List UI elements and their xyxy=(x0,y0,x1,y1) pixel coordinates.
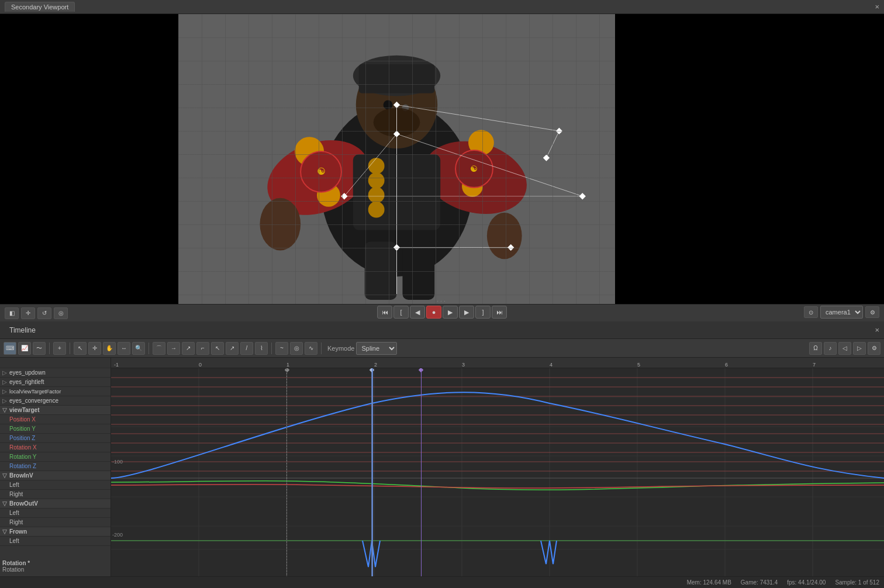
tl-tangent-btn4[interactable]: ⌐ xyxy=(196,342,209,355)
record-btn[interactable]: ● xyxy=(426,306,441,319)
tl-audio-btn[interactable]: ♪ xyxy=(824,342,837,355)
tl-step-back-btn[interactable]: ◁ xyxy=(838,342,851,355)
svg-rect-31 xyxy=(579,193,586,199)
tl-sep3 xyxy=(149,343,149,354)
viewport-section: Secondary Viewport × tutorial_example sh… xyxy=(0,0,884,321)
tl-move-btn[interactable]: ✛ xyxy=(88,342,101,355)
tl-tangent-btn1[interactable]: ⌒ xyxy=(153,342,165,355)
viewport-center[interactable]: ☯ ☯ xyxy=(178,14,615,306)
tl-tangent-btn5[interactable]: ↖ xyxy=(211,342,224,355)
timeline-close-btn[interactable]: × xyxy=(875,326,879,334)
tl-snap-btn[interactable]: ◎ xyxy=(290,342,303,355)
tl-snap-keys-btn[interactable]: Ω xyxy=(809,342,822,355)
tl-step-fwd-btn[interactable]: ▷ xyxy=(853,342,866,355)
svg-point-9 xyxy=(368,172,385,189)
view-mode-btn[interactable]: ◧ xyxy=(5,307,19,319)
track-browinv-right[interactable]: Right xyxy=(0,490,110,499)
viewport-settings-btn[interactable]: ⚙ xyxy=(865,306,879,318)
tl-add-key-btn[interactable]: + xyxy=(53,342,66,355)
keymode-select[interactable]: Spline xyxy=(356,342,397,355)
time-ruler: -1 0 1 2 3 4 5 6 7 xyxy=(111,358,884,368)
next-marker-btn[interactable]: ] xyxy=(475,306,491,319)
tl-pan-btn[interactable]: ✋ xyxy=(103,342,116,355)
tl-tangent-btn3[interactable]: ↗ xyxy=(182,342,195,355)
track-browoutv-group[interactable]: ▽ BrowOutV xyxy=(0,499,110,509)
track-eyes-updown[interactable]: ▷ eyes_updown xyxy=(0,368,110,378)
track-viewtarget-group[interactable]: ▽ viewTarget xyxy=(0,406,110,415)
svg-point-16 xyxy=(402,104,409,111)
curve-svg xyxy=(111,368,884,588)
jump-to-start-btn[interactable]: ⏮ xyxy=(377,306,392,319)
prev-keyframe-btn[interactable]: ◀ xyxy=(410,306,425,319)
track-local-view[interactable]: ▷ localViewTargetFactor xyxy=(0,387,110,396)
timeline-tab[interactable]: Timeline xyxy=(5,325,40,335)
svg-point-1 xyxy=(257,127,379,229)
svg-point-13 xyxy=(353,56,440,96)
tl-tangent-btn7[interactable]: / xyxy=(240,342,253,355)
viewport-close-btn[interactable]: × xyxy=(875,2,879,11)
tl-sep1 xyxy=(49,343,50,354)
tl-key-btn[interactable]: ⌨ xyxy=(4,342,16,355)
tl-tangent-btn2[interactable]: → xyxy=(167,342,180,355)
viewport-canvas: ☯ ☯ xyxy=(0,14,884,306)
camera-select[interactable]: camera1 xyxy=(820,306,863,319)
camera-settings-btn[interactable]: ⊙ xyxy=(804,306,818,318)
track-browinv-left[interactable]: Left xyxy=(0,480,110,490)
track-position-y[interactable]: Position Y xyxy=(0,424,110,434)
track-browoutv-left[interactable]: Left xyxy=(0,509,110,518)
track-frown-group[interactable]: ▽ Frown xyxy=(0,527,110,537)
tl-select-btn[interactable]: ↖ xyxy=(74,342,87,355)
track-rotation-z[interactable]: Rotation Z xyxy=(0,462,110,471)
secondary-viewport-tab[interactable]: Secondary Viewport xyxy=(5,2,75,12)
sample-label: Sample: 1 of 512 xyxy=(835,579,879,586)
viewport-right-black xyxy=(615,14,884,306)
svg-rect-29 xyxy=(543,154,550,161)
ruler-tick-3: 3 xyxy=(462,362,465,368)
timeline-section: Timeline × ⌨ 📈 〜 + ↖ ✛ ✋ ↔ 🔍 ⌒ → ↗ ⌐ ↖ ↗… xyxy=(0,321,884,588)
jump-to-end-btn[interactable]: ⏭ xyxy=(492,306,507,319)
svg-point-18 xyxy=(260,198,301,251)
track-browoutv-right[interactable]: Right xyxy=(0,518,110,527)
rotate-btn[interactable]: ↺ xyxy=(37,307,51,319)
timeline-header: Timeline × xyxy=(0,321,884,339)
tl-sep2 xyxy=(70,343,70,354)
ruler-tick-0: 0 xyxy=(199,362,202,368)
ruler-tick-6: 6 xyxy=(725,362,728,368)
track-browinv-group[interactable]: ▽ BrowInV xyxy=(0,471,110,480)
next-keyframe-btn[interactable]: ▶ xyxy=(459,306,474,319)
tl-tangent-btn6[interactable]: ↗ xyxy=(226,342,239,355)
track-names-panel: ▷ eyes_updown ▷ eyes_rightleft ▷ localVi… xyxy=(0,358,111,588)
svg-rect-30 xyxy=(393,131,400,137)
tl-pre-post-btn[interactable]: ∿ xyxy=(305,342,317,355)
tl-tangent-btn8[interactable]: ⌇ xyxy=(255,342,268,355)
svg-rect-34 xyxy=(341,193,347,199)
svg-point-6 xyxy=(468,130,494,155)
svg-point-7 xyxy=(462,176,483,197)
prev-marker-btn[interactable]: [ xyxy=(393,306,409,319)
tl-normalize-btn[interactable]: ~ xyxy=(275,342,288,355)
focus-btn[interactable]: ◎ xyxy=(54,307,68,319)
track-position-x[interactable]: Position X xyxy=(0,415,110,424)
track-rotation-x[interactable]: Rotation X xyxy=(0,443,110,452)
track-frown-left[interactable]: Left xyxy=(0,537,110,546)
track-eyes-rightleft[interactable]: ▷ eyes_rightleft xyxy=(0,378,110,387)
track-position-z[interactable]: Position Z xyxy=(0,434,110,443)
tl-zoom-btn[interactable]: 🔍 xyxy=(132,342,145,355)
svg-text:☯: ☯ xyxy=(470,164,478,174)
svg-point-10 xyxy=(368,187,385,203)
ruler-tick--1: -1 xyxy=(114,362,119,368)
translate-btn[interactable]: ✛ xyxy=(21,307,35,319)
svg-point-8 xyxy=(368,158,385,174)
svg-rect-71 xyxy=(419,368,423,372)
play-btn[interactable]: ▶ xyxy=(443,306,458,319)
track-rotation-y[interactable]: Rotation Y xyxy=(0,452,110,462)
svg-rect-21 xyxy=(402,241,434,300)
track-eyes-conv[interactable]: ▷ eyes_convergence xyxy=(0,396,110,406)
timeline-graph[interactable]: -1 0 1 2 3 4 5 6 7 -100 -200 xyxy=(111,358,884,588)
tl-curve-btn[interactable]: 📈 xyxy=(18,342,31,355)
tl-scale-btn[interactable]: ↔ xyxy=(118,342,130,355)
tl-wave-btn[interactable]: 〜 xyxy=(33,342,46,355)
tl-more-btn[interactable]: ⚙ xyxy=(868,342,880,355)
dashed-line-0 xyxy=(286,368,287,588)
svg-text:☯: ☯ xyxy=(317,167,325,177)
